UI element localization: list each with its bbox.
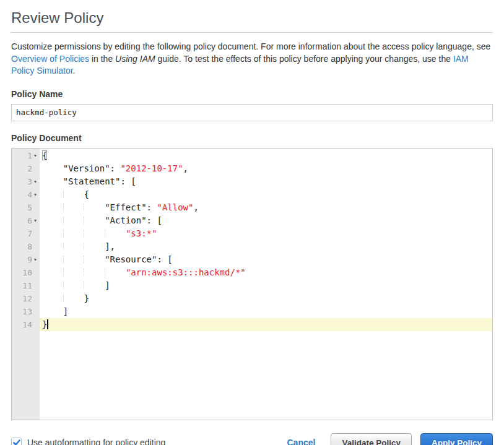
intro-part4: .: [73, 66, 76, 76]
intro-text: Customize permissions by editing the fol…: [11, 41, 493, 77]
code-line[interactable]: "Resource": [: [40, 253, 492, 266]
code-line[interactable]: "Effect": "Allow",: [40, 201, 492, 214]
cancel-link[interactable]: Cancel: [287, 438, 316, 445]
code-line[interactable]: ],: [40, 240, 492, 253]
intro-part1: Customize permissions by editing the fol…: [11, 41, 490, 51]
policy-name-label: Policy Name: [11, 89, 493, 99]
autoformat-label: Use autoformatting for policy editing: [27, 438, 165, 445]
fold-arrow-icon[interactable]: ▾: [32, 253, 38, 266]
footer-actions: Cancel Validate Policy Apply Policy: [287, 433, 493, 445]
gutter-line[interactable]: 2▾: [12, 162, 40, 175]
autoformat-checkbox[interactable]: [11, 438, 22, 445]
policy-document-label: Policy Document: [11, 133, 493, 143]
policy-name-input[interactable]: [11, 104, 493, 121]
code-line[interactable]: }: [40, 292, 492, 305]
fold-arrow-icon[interactable]: ▾: [32, 188, 38, 201]
check-icon: [13, 439, 20, 445]
gutter-line[interactable]: 11▾: [12, 279, 40, 292]
gutter-line[interactable]: 3▾: [12, 175, 40, 188]
code-line[interactable]: "Version": "2012-10-17",: [40, 162, 492, 175]
code-line[interactable]: "Statement": [: [40, 175, 492, 188]
autoformat-checkbox-row[interactable]: Use autoformatting for policy editing: [11, 438, 165, 445]
gutter-line[interactable]: 14▾: [12, 318, 40, 331]
footer-bar: Use autoformatting for policy editing Ca…: [11, 433, 493, 445]
code-line[interactable]: "Action": [: [40, 214, 492, 227]
title-divider: [11, 32, 493, 33]
code-line[interactable]: {: [40, 149, 492, 162]
gutter-line[interactable]: 8▾: [12, 240, 40, 253]
code-line[interactable]: ]: [40, 305, 492, 318]
gutter-line[interactable]: 13▾: [12, 305, 40, 318]
fold-arrow-icon[interactable]: ▾: [32, 149, 38, 162]
editor-code-area[interactable]: { "Version": "2012-10-17", "Statement": …: [40, 149, 492, 420]
overview-of-policies-link[interactable]: Overview of Policies: [11, 54, 89, 64]
gutter-line[interactable]: 1▾: [12, 149, 40, 162]
page-title: Review Policy: [11, 0, 493, 27]
gutter-line[interactable]: 12▾: [12, 292, 40, 305]
gutter-line[interactable]: 9▾: [12, 253, 40, 266]
fold-arrow-icon[interactable]: ▾: [32, 175, 38, 188]
code-line[interactable]: {: [40, 188, 492, 201]
editor-gutter: 1▾2▾3▾4▾5▾6▾7▾8▾9▾10▾11▾12▾13▾14▾: [12, 149, 40, 420]
intro-part2: in the: [89, 54, 115, 64]
code-line[interactable]: "arn:aws:s3:::hackmd/*": [40, 266, 492, 279]
gutter-line[interactable]: 6▾: [12, 214, 40, 227]
gutter-line[interactable]: 7▾: [12, 227, 40, 240]
fold-arrow-icon[interactable]: ▾: [32, 214, 38, 227]
apply-policy-button[interactable]: Apply Policy: [420, 433, 493, 445]
intro-part3: guide. To test the effects of this polic…: [155, 54, 453, 64]
text-cursor: [47, 319, 48, 329]
review-policy-page: Review Policy Customize permissions by e…: [0, 0, 504, 445]
code-line[interactable]: ]: [40, 279, 492, 292]
code-line[interactable]: }: [40, 318, 492, 331]
gutter-line[interactable]: 4▾: [12, 188, 40, 201]
validate-policy-button[interactable]: Validate Policy: [331, 433, 412, 445]
gutter-line[interactable]: 10▾: [12, 266, 40, 279]
gutter-line[interactable]: 5▾: [12, 201, 40, 214]
policy-document-editor[interactable]: 1▾2▾3▾4▾5▾6▾7▾8▾9▾10▾11▾12▾13▾14▾ { "Ver…: [11, 148, 493, 420]
code-line[interactable]: "s3:*": [40, 227, 492, 240]
using-iam-italic: Using IAM: [115, 54, 155, 64]
